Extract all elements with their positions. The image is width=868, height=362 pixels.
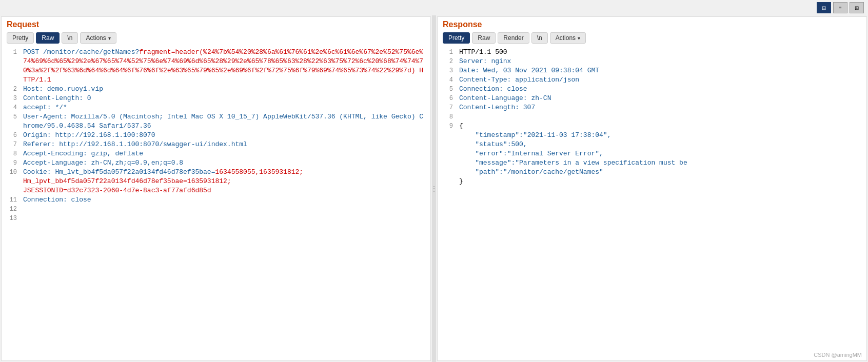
request-line-12: 12 bbox=[7, 205, 425, 214]
line-content: Content-Length: 0 bbox=[23, 94, 425, 103]
line-number: 2 bbox=[7, 85, 17, 94]
request-line-3: 3 Content-Length: 0 bbox=[7, 94, 425, 103]
line-number bbox=[443, 158, 453, 168]
line-content: Cookie: Hm_lvt_bb4f5da057f22a0134fd46d78… bbox=[23, 168, 425, 195]
line-content: "timestamp":"2021-11-03 17:38:04", bbox=[459, 131, 861, 140]
line-content: "path":"/monitor/cache/getNames" bbox=[459, 168, 861, 177]
response-line-6: 6 Content-Language: zh-CN bbox=[443, 94, 861, 103]
line-number: 8 bbox=[7, 149, 17, 158]
response-line-1: 1 HTTP/1.1 500 bbox=[443, 48, 861, 57]
response-line-7: 7 Content-Length: 307 bbox=[443, 103, 861, 112]
request-line-5: 5 User-Agent: Mozilla/5.0 (Macintosh; In… bbox=[7, 112, 425, 131]
response-line-error: "error":"Internal Server Error", bbox=[443, 149, 861, 158]
request-line-8: 8 Accept-Encoding: gzip, deflate bbox=[7, 149, 425, 158]
response-line-9: 9 { bbox=[443, 122, 861, 131]
line-number: 5 bbox=[7, 112, 17, 131]
line-content bbox=[23, 214, 425, 223]
panel-divider[interactable]: ⋮ bbox=[432, 15, 436, 362]
line-number: 12 bbox=[7, 205, 17, 214]
split-view-btn[interactable]: ⊟ bbox=[817, 2, 831, 13]
line-number: 4 bbox=[443, 75, 453, 85]
line-content: HTTP/1.1 500 bbox=[459, 48, 861, 57]
response-line-2: 2 Server: nginx bbox=[443, 57, 861, 66]
line-number bbox=[443, 177, 453, 186]
request-tab-pretty[interactable]: Pretty bbox=[7, 32, 34, 44]
request-panel-title: Request bbox=[7, 20, 425, 29]
grid-view-btn[interactable]: ⊞ bbox=[850, 2, 864, 13]
line-number bbox=[443, 131, 453, 140]
line-content: Content-Length: 307 bbox=[459, 103, 861, 112]
line-number bbox=[443, 168, 453, 177]
line-content: Connection: close bbox=[23, 195, 425, 205]
response-panel: Response Pretty Raw Render \n Actions ▾ … bbox=[437, 16, 867, 361]
request-line-10: 10 Cookie: Hm_lvt_bb4f5da057f22a0134fd46… bbox=[7, 168, 425, 195]
line-number: 13 bbox=[7, 214, 17, 223]
response-actions-chevron-icon: ▾ bbox=[578, 35, 580, 41]
response-line-3: 3 Date: Wed, 03 Nov 2021 09:38:04 GMT bbox=[443, 66, 861, 75]
top-bar: ⊟ ≡ ⊞ bbox=[0, 0, 868, 15]
request-actions-label: Actions bbox=[86, 34, 106, 42]
request-line-13: 13 bbox=[7, 214, 425, 223]
request-code-block: 1 POST /monitor/cache/getNames?fragment=… bbox=[2, 48, 430, 223]
response-toolbar: Pretty Raw Render \n Actions ▾ bbox=[443, 32, 861, 44]
response-line-5: 5 Connection: close bbox=[443, 85, 861, 94]
response-code-block: 1 HTTP/1.1 500 2 Server: nginx 3 Date: W… bbox=[438, 48, 866, 186]
response-line-message: "message":"Parameters in a view specific… bbox=[443, 158, 861, 168]
request-line-11: 11 Connection: close bbox=[7, 195, 425, 205]
line-content: User-Agent: Mozilla/5.0 (Macintosh; Inte… bbox=[23, 112, 425, 131]
request-line-9: 9 Accept-Language: zh-CN,zh;q=0.9,en;q=0… bbox=[7, 158, 425, 168]
line-content: Host: demo.ruoyi.vip bbox=[23, 85, 425, 94]
request-line-1: 1 POST /monitor/cache/getNames?fragment=… bbox=[7, 48, 425, 85]
line-content: Origin: http://192.168.1.100:8070 bbox=[23, 131, 425, 140]
response-line-8: 8 bbox=[443, 112, 861, 122]
line-content: Date: Wed, 03 Nov 2021 09:38:04 GMT bbox=[459, 66, 861, 75]
request-actions-chevron-icon: ▾ bbox=[108, 35, 111, 41]
line-content: "status":500, bbox=[459, 140, 861, 149]
request-actions-button[interactable]: Actions ▾ bbox=[80, 32, 116, 44]
response-actions-button[interactable]: Actions ▾ bbox=[550, 32, 586, 44]
request-tab-newline[interactable]: \n bbox=[62, 32, 78, 44]
request-line-4: 4 accept: */* bbox=[7, 103, 425, 112]
line-number bbox=[443, 140, 453, 149]
line-content: accept: */* bbox=[23, 103, 425, 112]
line-number: 11 bbox=[7, 195, 17, 205]
request-toolbar: Pretty Raw \n Actions ▾ bbox=[7, 32, 425, 44]
request-tab-raw[interactable]: Raw bbox=[36, 32, 60, 44]
line-number: 2 bbox=[443, 57, 453, 66]
response-tab-newline[interactable]: \n bbox=[531, 32, 548, 44]
response-tab-raw[interactable]: Raw bbox=[472, 32, 496, 44]
panels-container: Request Pretty Raw \n Actions ▾ 1 POST /… bbox=[0, 15, 868, 362]
response-tab-render[interactable]: Render bbox=[498, 32, 529, 44]
line-content: Content-Language: zh-CN bbox=[459, 94, 861, 103]
line-content: Accept-Language: zh-CN,zh;q=0.9,en;q=0.8 bbox=[23, 158, 425, 168]
response-tab-pretty[interactable]: Pretty bbox=[443, 32, 470, 44]
line-content: Accept-Encoding: gzip, deflate bbox=[23, 149, 425, 158]
line-content: Content-Type: application/json bbox=[459, 75, 861, 85]
response-line-path: "path":"/monitor/cache/getNames" bbox=[443, 168, 861, 177]
line-number: 5 bbox=[443, 85, 453, 94]
line-number: 8 bbox=[443, 112, 453, 122]
response-line-timestamp: "timestamp":"2021-11-03 17:38:04", bbox=[443, 131, 861, 140]
request-panel-content[interactable]: 1 POST /monitor/cache/getNames?fragment=… bbox=[2, 46, 430, 360]
request-panel-header: Request Pretty Raw \n Actions ▾ bbox=[2, 17, 430, 46]
line-number bbox=[443, 149, 453, 158]
watermark: CSDN @amingMM bbox=[814, 352, 862, 358]
line-content: POST /monitor/cache/getNames?fragment=he… bbox=[23, 48, 425, 85]
line-content bbox=[23, 205, 425, 214]
line-content: } bbox=[459, 177, 861, 186]
response-panel-content[interactable]: 1 HTTP/1.1 500 2 Server: nginx 3 Date: W… bbox=[438, 46, 866, 360]
response-panel-header: Response Pretty Raw Render \n Actions ▾ bbox=[438, 17, 866, 46]
line-content bbox=[459, 112, 861, 122]
line-content: "error":"Internal Server Error", bbox=[459, 149, 861, 158]
request-line-7: 7 Referer: http://192.168.1.100:8070/swa… bbox=[7, 140, 425, 149]
line-number: 6 bbox=[443, 94, 453, 103]
response-line-status: "status":500, bbox=[443, 140, 861, 149]
line-number: 7 bbox=[7, 140, 17, 149]
line-content: Server: nginx bbox=[459, 57, 861, 66]
response-actions-label: Actions bbox=[556, 34, 576, 42]
list-view-btn[interactable]: ≡ bbox=[833, 2, 847, 13]
line-content: Connection: close bbox=[459, 85, 861, 94]
line-number: 1 bbox=[7, 48, 17, 85]
line-number: 3 bbox=[443, 66, 453, 75]
line-number: 4 bbox=[7, 103, 17, 112]
